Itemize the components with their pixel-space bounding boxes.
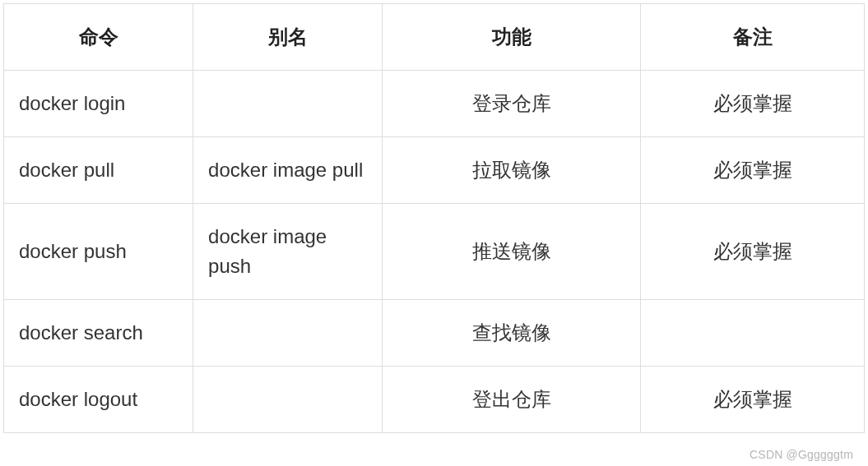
cell-alias — [193, 367, 383, 433]
cell-function: 拉取镜像 — [383, 137, 641, 204]
cell-function: 登录仓库 — [383, 71, 641, 137]
header-note: 备注 — [641, 4, 865, 71]
header-alias: 别名 — [193, 4, 383, 71]
cell-alias — [193, 71, 383, 137]
table-row: docker search 查找镜像 — [4, 300, 865, 367]
cell-command: docker push — [4, 204, 193, 300]
cell-alias — [193, 300, 383, 367]
cell-note: 必须掌握 — [641, 71, 865, 137]
cell-command: docker pull — [4, 137, 193, 204]
cell-note — [641, 300, 865, 367]
table-row: docker push docker image push 推送镜像 必须掌握 — [4, 204, 865, 300]
table-header-row: 命令 别名 功能 备注 — [4, 4, 865, 71]
cell-note: 必须掌握 — [641, 204, 865, 300]
cell-note: 必须掌握 — [641, 367, 865, 433]
cell-alias: docker image push — [193, 204, 383, 300]
cell-function: 推送镜像 — [383, 204, 641, 300]
header-command: 命令 — [4, 4, 193, 71]
docker-commands-table: 命令 别名 功能 备注 docker login 登录仓库 必须掌握 docke… — [3, 3, 865, 433]
header-function: 功能 — [383, 4, 641, 71]
cell-command: docker logout — [4, 367, 193, 433]
table-row: docker login 登录仓库 必须掌握 — [4, 71, 865, 137]
cell-note: 必须掌握 — [641, 137, 865, 204]
table-row: docker logout 登出仓库 必须掌握 — [4, 367, 865, 433]
cell-function: 查找镜像 — [383, 300, 641, 367]
cell-function: 登出仓库 — [383, 367, 641, 433]
table-row: docker pull docker image pull 拉取镜像 必须掌握 — [4, 137, 865, 204]
cell-command: docker search — [4, 300, 193, 367]
cell-command: docker login — [4, 71, 193, 137]
cell-alias: docker image pull — [193, 137, 383, 204]
